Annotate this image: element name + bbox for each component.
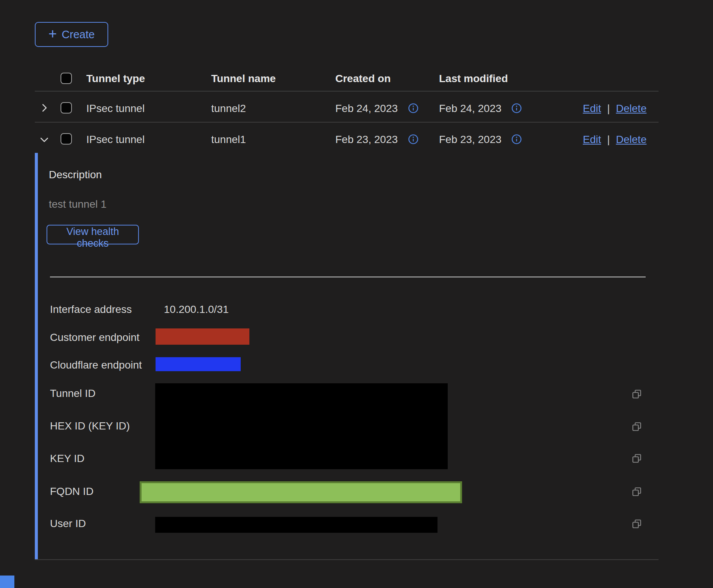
row-actions: Edit | Delete [583, 103, 646, 115]
header-divider [35, 91, 659, 92]
copy-icon[interactable] [631, 389, 642, 400]
created-on-cell: Feb 24, 2023 [335, 103, 398, 115]
header-last-modified: Last modified [439, 73, 508, 85]
customer-endpoint-redacted-value [156, 328, 249, 345]
key-id-label: KEY ID [50, 453, 84, 465]
tunnels-page: + Create Tunnel type Tunnel name Created… [0, 0, 713, 588]
action-separator: | [607, 134, 610, 146]
copy-icon[interactable] [631, 453, 642, 464]
edit-link-tunnel2[interactable]: Edit [583, 103, 601, 115]
panel-divider [50, 277, 646, 277]
header-tunnel-type: Tunnel type [86, 73, 145, 85]
last-modified-cell: Feb 23, 2023 [439, 134, 501, 146]
info-icon[interactable] [511, 134, 522, 145]
copy-icon[interactable] [631, 486, 642, 497]
ids-redacted-block [155, 383, 448, 469]
bottom-left-blue-marker [0, 576, 14, 588]
tunnel-name-cell: tunnel2 [211, 103, 246, 115]
row-checkbox-tunnel1[interactable] [61, 133, 72, 145]
info-icon[interactable] [408, 134, 419, 145]
select-all-checkbox[interactable] [61, 73, 72, 84]
tunnel-type-cell: IPsec tunnel [86, 134, 145, 146]
row-actions: Edit | Delete [583, 134, 646, 146]
edit-link-tunnel1[interactable]: Edit [583, 134, 601, 146]
action-separator: | [607, 103, 610, 115]
header-tunnel-name: Tunnel name [211, 73, 276, 85]
interface-address-label: Interface address [50, 303, 132, 316]
created-on-cell: Feb 23, 2023 [335, 134, 398, 146]
chevron-right-icon[interactable] [39, 102, 50, 114]
fqdn-id-redacted-value [140, 481, 462, 503]
tunnel-type-cell: IPsec tunnel [86, 103, 145, 115]
last-modified-cell: Feb 24, 2023 [439, 103, 501, 115]
description-value: test tunnel 1 [49, 198, 107, 210]
cloudflare-endpoint-redacted-value [156, 357, 241, 371]
row-divider [35, 122, 659, 123]
delete-link-tunnel2[interactable]: Delete [616, 103, 647, 115]
chevron-down-icon[interactable] [39, 134, 50, 145]
fqdn-id-label: FQDN ID [50, 485, 93, 498]
create-button-label: Create [62, 28, 95, 41]
delete-link-tunnel1[interactable]: Delete [616, 134, 647, 146]
plus-icon: + [48, 26, 57, 41]
tunnel-id-label: Tunnel ID [50, 387, 95, 400]
customer-endpoint-label: Customer endpoint [50, 331, 140, 344]
view-health-checks-button[interactable]: View health checks [47, 225, 139, 244]
user-id-label: User ID [50, 518, 86, 530]
cloudflare-endpoint-label: Cloudflare endpoint [50, 359, 142, 371]
copy-icon[interactable] [631, 421, 642, 432]
user-id-redacted-value [155, 517, 437, 533]
interface-address-value: 10.200.1.0/31 [164, 303, 229, 316]
hex-id-label: HEX ID (KEY ID) [50, 420, 130, 432]
create-button[interactable]: + Create [35, 22, 108, 47]
copy-icon[interactable] [631, 518, 642, 529]
header-created-on: Created on [335, 73, 391, 85]
info-icon[interactable] [408, 103, 419, 114]
row-checkbox-tunnel2[interactable] [61, 102, 72, 114]
description-label: Description [49, 169, 102, 181]
expanded-panel-indicator-bar [35, 153, 38, 559]
panel-bottom-divider [35, 559, 659, 560]
tunnel-name-cell: tunnel1 [211, 134, 246, 146]
info-icon[interactable] [511, 103, 522, 114]
